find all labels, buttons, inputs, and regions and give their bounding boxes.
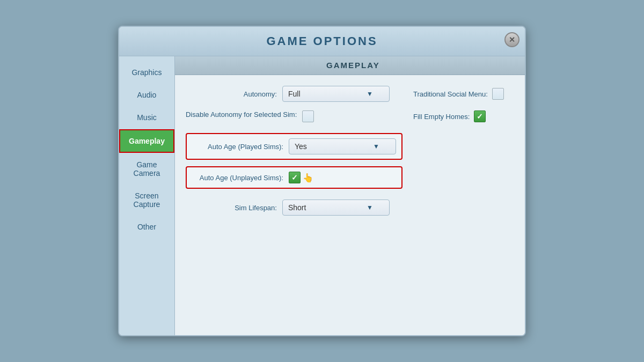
- left-column: Autonomy: Full ▼ Disable Autonomy for Se…: [186, 86, 402, 224]
- disable-autonomy-label: Disable Autonomy for Selected Sim:: [186, 110, 302, 120]
- auto-age-played-value: Yes: [295, 142, 307, 151]
- sidebar-item-audio[interactable]: Audio: [119, 84, 174, 106]
- dropdown-arrow-2-icon: ▼: [373, 143, 379, 150]
- cursor-icon: 👆: [303, 173, 313, 183]
- close-button[interactable]: ✕: [504, 32, 519, 47]
- auto-age-played-row: Auto Age (Played Sims): Yes ▼: [186, 133, 402, 160]
- sidebar-item-game-camera[interactable]: Game Camera: [119, 154, 174, 184]
- auto-age-played-dropdown[interactable]: Yes ▼: [289, 138, 396, 154]
- autonomy-label: Autonomy:: [186, 90, 282, 98]
- dropdown-arrow-3-icon: ▼: [367, 204, 373, 211]
- settings-layout: Autonomy: Full ▼ Disable Autonomy for Se…: [175, 75, 526, 230]
- fill-empty-homes-option: Fill Empty Homes: ✓: [413, 110, 521, 122]
- traditional-social-label: Traditional Social Menu:: [413, 90, 488, 98]
- auto-age-unplayed-label: Auto Age (Unplayed Sims):: [192, 174, 289, 182]
- sim-lifespan-row: Sim Lifespan: Short ▼: [186, 200, 402, 216]
- checkmark-icon: ✓: [291, 173, 298, 182]
- disable-autonomy-checkbox[interactable]: [302, 110, 314, 122]
- sidebar-item-screen-capture[interactable]: Screen Capture: [119, 185, 174, 215]
- sidebar-item-gameplay[interactable]: Gameplay: [119, 129, 174, 153]
- traditional-social-menu-option: Traditional Social Menu:: [413, 88, 521, 100]
- section-title: Gameplay: [326, 61, 380, 70]
- title-bar: Game Options ✕: [119, 27, 525, 56]
- sidebar-item-graphics[interactable]: Graphics: [119, 62, 174, 83]
- sidebar-item-other[interactable]: Other: [119, 216, 174, 238]
- dropdown-arrow-icon: ▼: [367, 90, 373, 98]
- dialog-title: Game Options: [266, 34, 377, 48]
- fill-empty-homes-label: Fill Empty Homes:: [413, 113, 470, 121]
- autonomy-row: Autonomy: Full ▼: [186, 86, 402, 102]
- autonomy-value: Full: [288, 90, 301, 98]
- content-area: Gameplay Autonomy: Full ▼: [175, 56, 526, 335]
- sidebar-item-music[interactable]: Music: [119, 107, 174, 128]
- auto-age-played-label: Auto Age (Played Sims):: [192, 143, 289, 151]
- sim-lifespan-value: Short: [288, 203, 306, 212]
- autonomy-dropdown[interactable]: Full ▼: [282, 86, 390, 102]
- sim-lifespan-label: Sim Lifespan:: [186, 204, 282, 212]
- auto-age-unplayed-checkbox[interactable]: ✓: [289, 172, 301, 183]
- fill-empty-homes-checkbox[interactable]: ✓: [474, 110, 486, 122]
- dialog-body: Graphics Audio Music Gameplay Game Camer…: [119, 56, 525, 335]
- auto-age-unplayed-row: Auto Age (Unplayed Sims): ✓ 👆: [186, 166, 402, 189]
- sim-lifespan-dropdown[interactable]: Short ▼: [282, 200, 390, 216]
- fill-empty-homes-checkmark-icon: ✓: [477, 112, 483, 121]
- right-column: Traditional Social Menu: Fill Empty Home…: [413, 86, 521, 224]
- disable-autonomy-row: Disable Autonomy for Selected Sim:: [186, 110, 402, 122]
- section-header: Gameplay: [175, 56, 526, 75]
- traditional-social-checkbox[interactable]: [492, 88, 504, 100]
- sidebar: Graphics Audio Music Gameplay Game Camer…: [119, 56, 175, 335]
- game-options-dialog: Game Options ✕ Graphics Audio Music Game…: [118, 26, 526, 336]
